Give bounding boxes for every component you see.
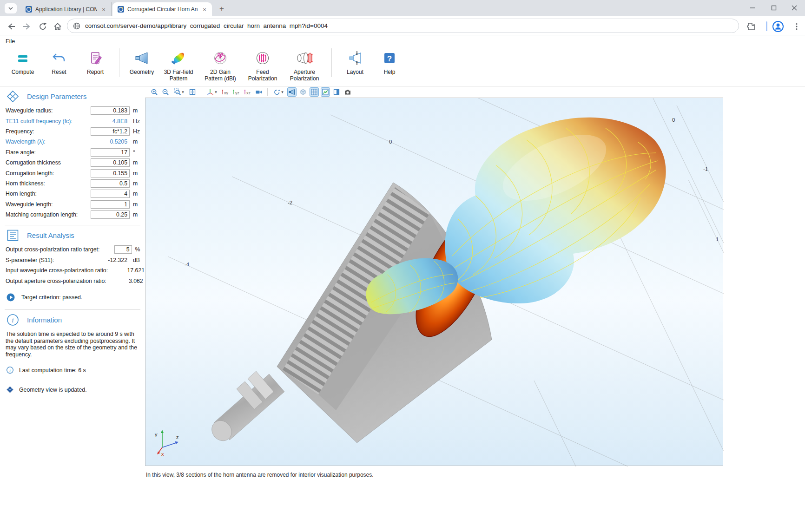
- help-label: Help: [384, 69, 396, 75]
- waveguide-length-input[interactable]: [91, 200, 130, 209]
- tab-close-icon[interactable]: ×: [100, 6, 107, 13]
- geometry-diamond-icon: [7, 386, 13, 393]
- three-dot-menu-icon: [792, 22, 801, 31]
- tab-corrugated-horn[interactable]: Corrugated Circular Horn Anten ×: [112, 2, 212, 16]
- window-minimize-button[interactable]: [743, 0, 762, 16]
- reset-icon: [52, 49, 66, 67]
- view-xz-button[interactable]: xz: [243, 87, 252, 97]
- cross-polarization-target-input[interactable]: [114, 245, 132, 254]
- section-title: Information: [27, 316, 62, 324]
- layout-icon: [347, 49, 363, 67]
- svg-text:i: i: [12, 317, 14, 324]
- param-row: Matching corrugation length:m: [0, 210, 145, 220]
- compute-icon: [15, 49, 30, 67]
- grid-label: 0: [672, 117, 675, 123]
- grid-label: 0: [389, 139, 392, 144]
- grid-label: -4: [185, 262, 189, 267]
- layout-button[interactable]: Layout: [337, 46, 373, 75]
- zoom-out-button[interactable]: [161, 87, 170, 97]
- split-view-button[interactable]: [332, 87, 341, 97]
- reset-label: Reset: [52, 69, 66, 75]
- param-label: Waveguide length:: [6, 201, 91, 208]
- reset-button[interactable]: Reset: [41, 46, 77, 75]
- farfield-3d-button[interactable]: 3D Far-field Pattern: [158, 46, 198, 82]
- side-panel-divider: [766, 21, 767, 31]
- param-unit: m: [133, 138, 145, 145]
- tab-search-button[interactable]: [5, 3, 17, 13]
- snapshot-button[interactable]: [343, 87, 352, 97]
- tab-close-icon[interactable]: ×: [201, 6, 208, 13]
- reload-icon: [38, 22, 47, 31]
- profile-button[interactable]: [772, 20, 785, 33]
- param-unit: Hz: [133, 118, 145, 125]
- app-ribbon: Compute Reset Report Geometry 3D Far-fie…: [0, 46, 406, 85]
- view-xy-button[interactable]: xy: [221, 87, 230, 97]
- report-button[interactable]: Report: [77, 46, 113, 75]
- show-grid-toggle[interactable]: [310, 87, 319, 97]
- view-axes-icon: [207, 88, 214, 96]
- feed-polarization-button[interactable]: Feed Polarization: [242, 46, 283, 82]
- param-row: Corrugation thicknessm: [0, 158, 145, 168]
- result-row: Input waveguide cross-polarization ratio…: [0, 265, 145, 276]
- frequency-input[interactable]: [91, 127, 130, 136]
- param-unit: m: [133, 107, 145, 114]
- ribbon-divider: [331, 48, 332, 77]
- view-yz-button[interactable]: yz: [232, 87, 241, 97]
- new-tab-button[interactable]: +: [217, 4, 227, 14]
- corrugation-length-input[interactable]: [91, 169, 130, 177]
- param-unit: m: [133, 170, 145, 177]
- transparency-cube-icon: [299, 88, 307, 96]
- aperture-polarization-button[interactable]: Aperture Polarization: [283, 46, 326, 82]
- feedpol-label: Feed Polarization: [248, 69, 277, 82]
- show-plot-toggle[interactable]: [321, 87, 330, 97]
- forward-button[interactable]: [21, 21, 33, 32]
- gain-2d-button[interactable]: 2D Gain Pattern (dBi): [198, 46, 242, 82]
- farfield-beam-icon: [171, 49, 186, 67]
- param-row: Waveguide radius:m: [0, 105, 145, 116]
- show-geometry-toggle[interactable]: [287, 87, 297, 97]
- browser-menu-button[interactable]: [791, 21, 802, 32]
- status-play-icon: [7, 293, 15, 302]
- param-row: Flare angle:°: [0, 147, 145, 158]
- window-close-button[interactable]: [785, 0, 804, 16]
- param-unit: m: [133, 159, 145, 166]
- horn-length-input[interactable]: [91, 190, 130, 198]
- geometry-view-button[interactable]: Geometry: [125, 46, 158, 75]
- scene-camera-button[interactable]: [254, 87, 264, 97]
- tab-application-library[interactable]: Application Library | COMSOL S ×: [20, 2, 112, 16]
- corrugation-thickness-input[interactable]: [91, 158, 130, 167]
- home-button[interactable]: [52, 21, 63, 32]
- zoom-extents-icon: [189, 88, 196, 96]
- horn-toggle-icon: [288, 88, 296, 96]
- zoom-in-button[interactable]: [150, 87, 159, 97]
- address-bar[interactable]: comsol.com/server-demo/app/library_corru…: [67, 19, 739, 33]
- param-label: Waveguide radius:: [6, 107, 91, 114]
- horn-thickness-input[interactable]: [91, 179, 130, 188]
- report-label: Report: [87, 69, 104, 75]
- zoom-box-button[interactable]: ▾: [172, 87, 186, 97]
- rotate-view-button[interactable]: ▾: [271, 87, 285, 97]
- go-to-view-button[interactable]: ▾: [205, 87, 219, 97]
- toolbar-divider: [267, 88, 268, 96]
- reload-button[interactable]: [37, 21, 48, 32]
- feed-polarization-icon: [255, 49, 271, 67]
- axis-z-label: z: [176, 434, 179, 440]
- zoom-extents-button[interactable]: [188, 87, 197, 97]
- file-menu[interactable]: File: [6, 38, 15, 45]
- window-maximize-button[interactable]: [764, 0, 784, 16]
- transparency-toggle[interactable]: [298, 87, 308, 97]
- flare-angle-input[interactable]: [91, 148, 130, 157]
- url-text: comsol.com/server-demo/app/library_corru…: [85, 22, 328, 29]
- waveguide-radius-input[interactable]: [91, 106, 130, 115]
- matching-corrugation-length-input[interactable]: [91, 210, 130, 219]
- param-label: Corrugation thickness: [6, 159, 91, 166]
- extensions-button[interactable]: [746, 21, 757, 32]
- help-button[interactable]: ? Help: [373, 46, 406, 75]
- param-unit: m: [133, 201, 145, 208]
- compute-button[interactable]: Compute: [5, 46, 41, 75]
- result-unit: %: [135, 246, 145, 253]
- result-label: Input waveguide cross-polarization ratio…: [6, 267, 108, 274]
- graphics-view[interactable]: y z x 0 -2 -4 0 -1 1: [145, 98, 723, 466]
- param-unit: m: [133, 211, 145, 218]
- back-button[interactable]: [6, 21, 17, 32]
